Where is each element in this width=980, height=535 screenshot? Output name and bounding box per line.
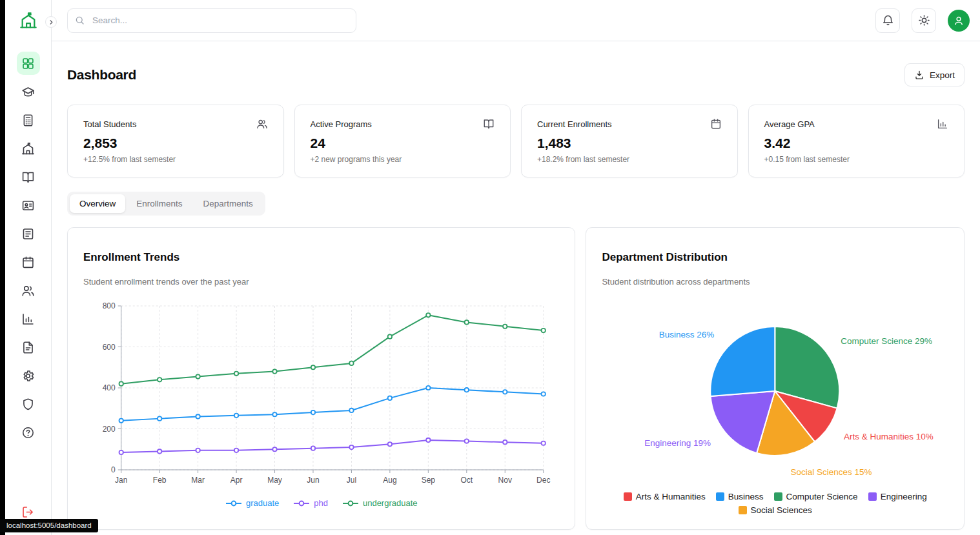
legend-item-undergraduate[interactable]: undergraduate	[342, 498, 418, 508]
school-building-icon	[21, 142, 35, 156]
svg-text:200: 200	[103, 425, 116, 434]
stat-subtext: +18.2% from last semester	[537, 155, 722, 164]
sidebar-item-grades[interactable]	[17, 108, 40, 132]
line-chart-legend: graduatephdundergraduate	[83, 498, 559, 508]
gear-icon	[21, 369, 35, 383]
svg-text:Arts & Humanities 10%: Arts & Humanities 10%	[844, 432, 934, 441]
calculator-icon	[21, 114, 35, 127]
sidebar-item-reports[interactable]	[17, 336, 40, 359]
department-distribution-pie-chart: Computer Science 29%Arts & Humanities 10…	[602, 290, 948, 489]
sidebar-item-settings[interactable]	[17, 364, 40, 387]
svg-text:Apr: Apr	[230, 476, 243, 485]
sidebar-item-campus[interactable]	[17, 137, 40, 160]
stat-title: Current Enrollments	[537, 119, 612, 129]
stat-card-current-enrollments: Current Enrollments 1,483 +18.2% from la…	[521, 105, 738, 177]
sidebar-item-news[interactable]	[17, 222, 40, 245]
stat-title: Active Programs	[311, 119, 372, 129]
school-logo-icon	[19, 12, 37, 30]
sidebar-collapse-button[interactable]	[45, 16, 57, 28]
chart-subtitle: Student distribution across departments	[602, 277, 948, 287]
calendar-icon	[710, 118, 722, 130]
svg-text:May: May	[267, 476, 282, 485]
main-area: Dashboard Export Total Students 2,853 +1…	[52, 0, 980, 535]
dashboard-content: Dashboard Export Total Students 2,853 +1…	[52, 41, 980, 535]
sidebar-item-contacts[interactable]	[17, 194, 40, 217]
dashboard-grid-icon	[21, 57, 35, 70]
legend-line-icon	[293, 500, 310, 507]
legend-swatch-icon	[868, 492, 877, 501]
svg-text:400: 400	[103, 383, 116, 392]
legend-swatch-icon	[739, 506, 747, 514]
app-logo	[5, 0, 51, 41]
bar-chart-icon	[937, 118, 948, 130]
export-button[interactable]: Export	[904, 63, 965, 86]
legend-label: Computer Science	[786, 492, 858, 501]
legend-label: Arts & Humanities	[636, 492, 706, 501]
enrollment-trends-card: Enrollment Trends Student enrollment tre…	[67, 227, 575, 530]
svg-text:Engineering 19%: Engineering 19%	[645, 438, 711, 448]
stats-row: Total Students 2,853 +12.5% from last se…	[67, 105, 965, 177]
sidebar-item-academics[interactable]	[17, 80, 40, 103]
book-open-icon	[483, 118, 495, 130]
department-distribution-card: Department Distribution Student distribu…	[586, 227, 965, 530]
svg-text:Sep: Sep	[422, 476, 436, 485]
stat-card-total-students: Total Students 2,853 +12.5% from last se…	[67, 105, 284, 177]
sidebar-item-dashboard[interactable]	[17, 52, 40, 75]
bar-chart-icon	[21, 312, 35, 326]
legend-item-phd[interactable]: phd	[293, 498, 328, 508]
svg-text:Nov: Nov	[498, 476, 512, 485]
sidebar-item-courses[interactable]	[17, 165, 40, 188]
user-avatar-button[interactable]	[948, 10, 970, 32]
svg-text:Feb: Feb	[153, 476, 167, 485]
svg-text:Oct: Oct	[460, 476, 473, 485]
stat-value: 2,853	[83, 136, 268, 151]
pie-legend-item[interactable]: Social Sciences	[739, 505, 812, 515]
legend-item-graduate[interactable]: graduate	[225, 498, 279, 508]
legend-line-icon	[225, 500, 242, 507]
stat-title: Average GPA	[764, 119, 815, 129]
search-input[interactable]	[67, 8, 356, 33]
stat-subtext: +2 new programs this year	[311, 155, 495, 164]
notifications-button[interactable]	[875, 8, 900, 33]
app-window: Dashboard Export Total Students 2,853 +1…	[5, 0, 980, 535]
tab-enrollments[interactable]: Enrollments	[127, 194, 192, 213]
sidebar-item-calendar[interactable]	[17, 250, 40, 274]
svg-text:600: 600	[103, 343, 116, 352]
svg-text:0: 0	[111, 465, 116, 474]
sidebar-item-help[interactable]	[17, 421, 40, 444]
pie-legend-item[interactable]: Business	[716, 492, 764, 501]
sidebar-nav	[17, 41, 40, 535]
enrollment-trends-line-chart: JanFebMarAprMayJunJulAugSepOctNovDec0200…	[83, 298, 559, 493]
theme-toggle-button[interactable]	[912, 8, 936, 33]
stat-value: 3.42	[764, 136, 949, 151]
sidebar-item-students[interactable]	[17, 279, 40, 302]
legend-label: undergraduate	[363, 498, 418, 508]
help-circle-icon	[21, 426, 35, 439]
sidebar-item-security[interactable]	[17, 392, 40, 416]
svg-text:Aug: Aug	[383, 476, 396, 485]
download-icon	[914, 70, 924, 80]
stat-value: 1,483	[537, 136, 722, 151]
legend-label: Social Sciences	[751, 505, 812, 515]
users-icon	[256, 118, 268, 130]
tab-overview[interactable]: Overview	[70, 194, 125, 213]
sidebar-item-analytics[interactable]	[17, 307, 40, 330]
pie-legend-item[interactable]: Computer Science	[774, 492, 858, 501]
search-wrap	[67, 8, 356, 33]
pie-legend-item[interactable]: Engineering	[868, 492, 927, 501]
stat-title: Total Students	[83, 119, 136, 129]
tab-departments[interactable]: Departments	[194, 194, 263, 213]
charts-row: Enrollment Trends Student enrollment tre…	[67, 227, 965, 521]
logout-icon	[21, 505, 35, 519]
graduation-cap-icon	[21, 85, 35, 99]
stat-card-active-programs: Active Programs 24 +2 new programs this …	[294, 105, 511, 177]
legend-swatch-icon	[624, 492, 632, 501]
pie-legend-item[interactable]: Arts & Humanities	[624, 492, 706, 501]
status-url: localhost:5005/dashboard	[0, 519, 98, 532]
legend-line-icon	[342, 500, 359, 507]
users-icon	[21, 284, 35, 298]
chart-title: Enrollment Trends	[83, 251, 559, 264]
legend-label: graduate	[246, 498, 279, 508]
legend-swatch-icon	[716, 492, 724, 501]
person-icon	[953, 15, 965, 26]
